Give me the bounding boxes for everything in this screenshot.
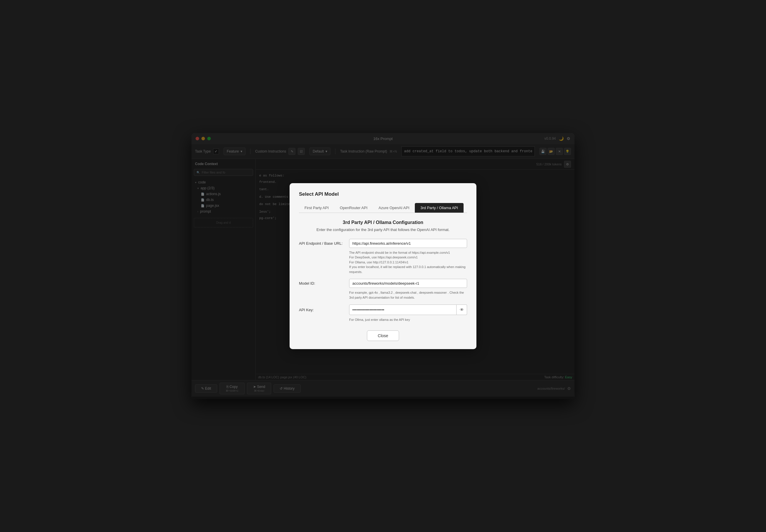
model-id-input[interactable] xyxy=(349,279,467,288)
modal-footer: Close xyxy=(299,330,467,341)
tab-third-party[interactable]: 3rd Party / Ollama API xyxy=(415,203,464,213)
modal-section-desc: Enter the configuration for the 3rd part… xyxy=(299,227,467,232)
select-api-model-modal: Select API Model First Party API OpenRou… xyxy=(290,183,476,349)
modal-overlay[interactable]: Select API Model First Party API OpenRou… xyxy=(192,133,574,399)
api-key-input[interactable] xyxy=(349,305,456,315)
api-endpoint-hint: The API endpoint should be in the format… xyxy=(349,250,467,274)
app-window: 16x Prompt v0.0.94 🌙 ⚙ Task Type ✓ Featu… xyxy=(192,133,574,399)
api-key-hint: For Ollma, just enter ollama as the API … xyxy=(349,317,467,322)
hint-line-3: For Ollama, use http://127.0.0.1:11434/v… xyxy=(349,260,467,265)
model-id-label: Model ID: xyxy=(299,281,346,286)
api-key-label: API Key: xyxy=(299,308,346,312)
model-id-row: Model ID: xyxy=(299,279,467,288)
modal-section-title: 3rd Party API / Ollama Configuration xyxy=(299,220,467,225)
modal-tabs: First Party API OpenRouter API Azure Ope… xyxy=(299,203,467,213)
api-key-input-group: 👁 xyxy=(349,305,467,315)
api-key-toggle-visibility-button[interactable]: 👁 xyxy=(456,305,467,315)
model-id-hint: For example, gpt-4o , llama3.2 , deepsee… xyxy=(349,290,467,300)
api-endpoint-label: API Endpoint / Base URL: xyxy=(299,241,346,246)
close-button[interactable]: Close xyxy=(367,330,399,341)
hint-line-1: The API endpoint should be in the format… xyxy=(349,250,467,255)
tab-azure[interactable]: Azure OpenAI API xyxy=(373,203,415,213)
modal-title: Select API Model xyxy=(299,191,467,197)
hint-line-2: For DeepSeek, use https://api.deepseek.c… xyxy=(349,255,467,260)
api-endpoint-row: API Endpoint / Base URL: xyxy=(299,239,467,248)
api-endpoint-input[interactable] xyxy=(349,239,467,248)
hint-line-4: If you enter localhost, it will be repla… xyxy=(349,265,467,274)
api-key-row: API Key: 👁 xyxy=(299,305,467,315)
tab-first-party[interactable]: First Party API xyxy=(299,203,334,213)
tab-openrouter[interactable]: OpenRouter API xyxy=(334,203,373,213)
